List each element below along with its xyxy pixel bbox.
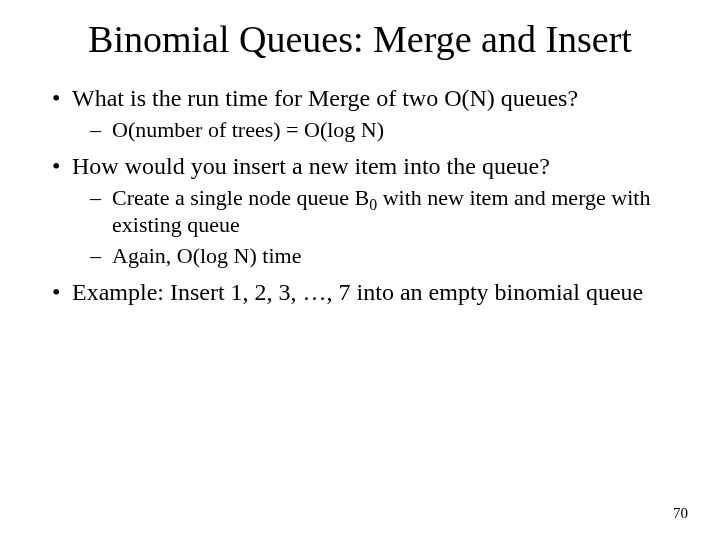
bullet-2-sub-1-subscript: 0 xyxy=(369,196,377,213)
slide-title: Binomial Queues: Merge and Insert xyxy=(50,18,670,62)
bullet-2-text: How would you insert a new item into the… xyxy=(72,153,550,179)
bullet-3: Example: Insert 1, 2, 3, …, 7 into an em… xyxy=(50,278,670,307)
slide-body: Binomial Queues: Merge and Insert What i… xyxy=(0,0,720,307)
bullet-list: What is the run time for Merge of two O(… xyxy=(50,84,670,307)
bullet-2-sub-2: Again, O(log N) time xyxy=(72,243,670,270)
bullet-2-sub-2-text: Again, O(log N) time xyxy=(112,243,301,268)
bullet-2-sublist: Create a single node queue B0 with new i… xyxy=(72,185,670,269)
bullet-1-sublist: O(number of trees) = O(log N) xyxy=(72,117,670,144)
bullet-2: How would you insert a new item into the… xyxy=(50,152,670,270)
bullet-2-sub-1: Create a single node queue B0 with new i… xyxy=(72,185,670,239)
bullet-3-text: Example: Insert 1, 2, 3, …, 7 into an em… xyxy=(72,279,643,305)
bullet-1-text: What is the run time for Merge of two O(… xyxy=(72,85,578,111)
bullet-1: What is the run time for Merge of two O(… xyxy=(50,84,670,144)
bullet-1-sub-1: O(number of trees) = O(log N) xyxy=(72,117,670,144)
bullet-2-sub-1-pre: Create a single node queue B xyxy=(112,185,369,210)
bullet-1-sub-1-text: O(number of trees) = O(log N) xyxy=(112,117,384,142)
page-number: 70 xyxy=(673,505,688,522)
